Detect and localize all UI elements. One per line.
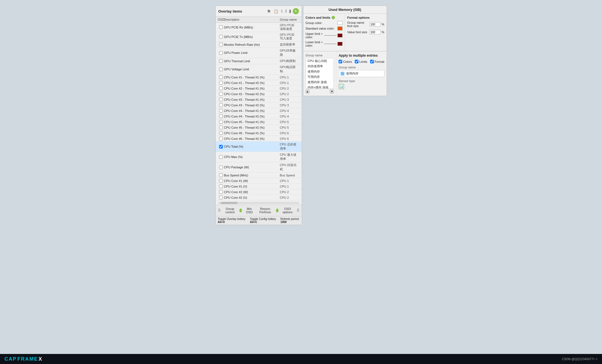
resync-perfmon-btn[interactable]: Resync Perfmon xyxy=(257,207,274,214)
min-osd-btn[interactable]: Min OSD xyxy=(244,207,254,214)
lower-limit-swatch[interactable] xyxy=(337,42,342,46)
list-item: CPU Core #4 - Thread #2 (%)CPU 4 xyxy=(216,114,302,119)
bottom-scrollbar-thumb xyxy=(221,202,237,204)
colors-checkbox-item[interactable]: Colors xyxy=(339,60,352,63)
item-checkbox-8[interactable] xyxy=(218,87,224,90)
group-name-scroll-down[interactable]: ▼ xyxy=(330,90,334,94)
item-group-9: CPU 2 xyxy=(280,92,297,96)
item-checkbox-1[interactable] xyxy=(218,35,224,39)
copy-icon-btn[interactable]: ⧉ xyxy=(266,8,272,14)
item-checkbox-22[interactable] xyxy=(218,179,224,183)
bottom-scrollbar[interactable] xyxy=(218,202,299,204)
value-font-size-input[interactable] xyxy=(369,30,380,34)
group-control-dots[interactable]: ⠿ xyxy=(218,208,221,213)
standard-value-swatch[interactable] xyxy=(337,27,342,30)
sensor-type-label: Sensor type xyxy=(339,79,384,83)
list-item: CPU Max (%)CPU 最大使用率 xyxy=(216,152,302,162)
lower-limit-line xyxy=(324,44,337,44)
item-checkbox-5[interactable] xyxy=(218,68,224,71)
item-checkbox-3[interactable] xyxy=(218,51,224,55)
item-desc-21: Bus Speed (MHz) xyxy=(224,174,280,177)
item-checkbox-18[interactable] xyxy=(218,145,224,149)
limits-checkbox-item[interactable]: Limits xyxy=(355,60,367,63)
item-checkbox-21[interactable] xyxy=(218,173,224,177)
group-name-font-size-input[interactable] xyxy=(369,22,380,27)
item-group-22: CPU 1 xyxy=(280,179,297,183)
item-group-18: CPU 总的使用率 xyxy=(280,142,297,151)
item-checkbox-17[interactable] xyxy=(218,137,224,140)
items-list: GPU PCIE Rx (MB/s)GPU PCIE 读取速度GPU PCIE … xyxy=(216,23,302,201)
group-name-item-4[interactable]: 使用内存 游戏 xyxy=(306,80,334,85)
page-3[interactable]: 3 xyxy=(289,9,291,13)
item-desc-16: CPU Core #6 - Thread #1 (%) xyxy=(224,131,280,135)
col-group-name: Group name xyxy=(280,18,299,21)
item-checkbox-13[interactable] xyxy=(218,114,224,118)
resync-dot xyxy=(276,209,279,212)
toggle-config-hotkey: Toggle Config hotkey Alt+C xyxy=(250,217,276,224)
item-checkbox-10[interactable] xyxy=(218,98,224,101)
page-1[interactable]: 1 xyxy=(281,9,283,13)
item-group-2: 监控刷新率 xyxy=(280,42,297,47)
list-item: CPU Core #6 - Thread #2 (%)CPU 6 xyxy=(216,136,302,142)
group-name-item-2[interactable]: 使用内存 xyxy=(306,69,334,74)
refresh-btn[interactable]: ↻ xyxy=(293,8,299,14)
group-name-scroll-up[interactable]: ▲ xyxy=(306,90,310,94)
item-checkbox-23[interactable] xyxy=(218,185,224,188)
item-desc-17: CPU Core #6 - Thread #2 (%) xyxy=(224,137,280,140)
group-name-item-1[interactable]: 内存使用率 xyxy=(306,64,334,69)
group-control-btn[interactable]: Group control xyxy=(223,207,237,214)
item-desc-13: CPU Core #4 - Thread #2 (%) xyxy=(224,115,280,118)
item-desc-8: CPU Core #2 - Thread #1 (%) xyxy=(224,87,280,90)
list-item: CPU Core #3 (W)CPU 3 xyxy=(216,200,302,201)
brand-x: X xyxy=(39,356,42,362)
group-name-item-0[interactable]: CPU 核心功耗 xyxy=(306,58,334,64)
page-2[interactable]: 2 xyxy=(285,9,287,13)
item-checkbox-20[interactable] xyxy=(218,166,224,169)
table-header: OSD Description Group name xyxy=(216,17,302,23)
item-checkbox-0[interactable] xyxy=(218,25,224,29)
group-name-list[interactable]: CPU 核心功耗内存使用率使用内存可用内存使用内存 游戏内存+缓存 游戏 xyxy=(306,58,334,89)
group-name-item-3[interactable]: 可用内存 xyxy=(306,74,334,80)
brand: CAP FRAME X xyxy=(4,356,42,362)
overlay-header-icons: ⧉ 📋 1 2 3 ↻ xyxy=(266,8,299,14)
item-checkbox-12[interactable] xyxy=(218,109,224,112)
item-desc-15: CPU Core #5 - Thread #2 (%) xyxy=(224,126,280,129)
item-checkbox-14[interactable] xyxy=(218,120,224,124)
item-checkbox-7[interactable] xyxy=(218,81,224,85)
format-checkbox-item[interactable]: Format xyxy=(370,60,384,63)
list-item: CPU Core #1 - Thread #1 (%)CPU 1 xyxy=(216,75,302,80)
lower-row: Group name CPU 核心功耗内存使用率使用内存可用内存使用内存 游戏内… xyxy=(303,51,387,96)
group-color-swatch[interactable] xyxy=(337,21,342,25)
taskbar: CAP FRAME X CSDN @QQ12345677=.= xyxy=(0,354,602,364)
percent-1: % xyxy=(382,23,384,26)
item-checkbox-9[interactable] xyxy=(218,92,224,96)
osd-options-dots[interactable]: ⠿ xyxy=(297,208,299,213)
group-color-row: Group color: xyxy=(306,21,343,25)
item-group-19: CPU 最大使用率 xyxy=(280,153,297,161)
limits-checkbox[interactable] xyxy=(355,60,358,63)
item-checkbox-4[interactable] xyxy=(218,59,224,63)
item-checkbox-24[interactable] xyxy=(218,190,224,194)
item-desc-19: CPU Max (%) xyxy=(224,155,280,159)
item-desc-1: GPU PCIE Tx (MB/s) xyxy=(224,35,280,39)
item-checkbox-16[interactable] xyxy=(218,131,224,135)
colors-checkbox[interactable] xyxy=(339,60,342,63)
upper-limit-swatch[interactable] xyxy=(337,33,342,37)
upper-limit-line xyxy=(324,35,337,36)
colors-limits-header: Colors and limits xyxy=(306,16,343,19)
item-checkbox-25[interactable] xyxy=(218,196,224,199)
item-checkbox-19[interactable] xyxy=(218,155,224,159)
osd-options-btn[interactable]: OSD options xyxy=(281,207,294,214)
format-checkbox[interactable] xyxy=(370,60,374,63)
value-font-size-row: Value font size % xyxy=(347,30,384,34)
item-checkbox-15[interactable] xyxy=(218,126,224,129)
paste-icon-btn[interactable]: 📋 xyxy=(273,8,279,14)
list-item: CPU Core #3 - Thread #2 (%)CPU 3 xyxy=(216,102,302,108)
item-checkbox-11[interactable] xyxy=(218,103,224,107)
item-group-4: GPU热限制 xyxy=(280,59,297,63)
list-item: CPU Core #1 (W)CPU 1 xyxy=(216,178,302,184)
item-checkbox-6[interactable] xyxy=(218,75,224,79)
item-checkbox-2[interactable] xyxy=(218,43,224,46)
colors-limits-dot xyxy=(332,16,335,19)
group-name-item-5[interactable]: 内存+缓存 游戏 xyxy=(306,85,334,89)
